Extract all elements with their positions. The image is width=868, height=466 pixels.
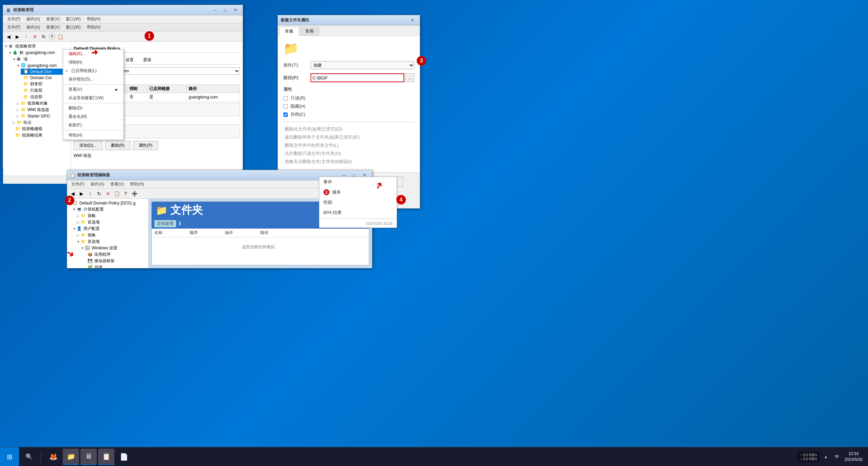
toolbar-delete[interactable]: ✕ bbox=[31, 33, 39, 41]
taskbar-server[interactable]: 🖥 bbox=[80, 449, 97, 465]
taskbar-explorer[interactable]: 📁 bbox=[63, 449, 79, 465]
gpe-tree-pref2[interactable]: ▼ 📁 首选项 bbox=[77, 238, 147, 245]
tree-item-wmi[interactable]: ▷ 📁 WMI 筛选器 bbox=[17, 107, 69, 113]
menu2-file[interactable]: 文件(F) bbox=[4, 24, 23, 31]
tree-item-forest[interactable]: ▼ 🌲 林: guangdong.com bbox=[8, 50, 69, 56]
gpe-tree-policy1[interactable]: ▷ 📁 策略 bbox=[77, 213, 147, 219]
menu-file[interactable]: 文件(F) bbox=[4, 16, 23, 23]
gpe-tb-refresh[interactable]: ↻ bbox=[95, 190, 103, 198]
menu-help[interactable]: 帮助(H) bbox=[84, 16, 103, 23]
nfp-path-input[interactable] bbox=[310, 73, 404, 82]
ctx-refresh[interactable]: 刷新(F) bbox=[63, 121, 124, 129]
ctx-new-window[interactable]: 从这里创建窗口(W) bbox=[63, 94, 124, 102]
gpe-tree-win-settings[interactable]: ▼ 🪟 Windows 设置 bbox=[81, 245, 147, 251]
ctx-edit[interactable]: 编辑(E)... bbox=[63, 50, 124, 58]
ctx-enabled-label: 已启用链接(L) bbox=[71, 68, 97, 74]
toolbar-help[interactable]: ? bbox=[49, 33, 55, 40]
tree-item-info[interactable]: 📁 信息部 bbox=[21, 94, 69, 100]
nfp-operation-select[interactable]: 创建 bbox=[310, 61, 414, 69]
nfp-hidden-checkbox[interactable] bbox=[283, 104, 288, 109]
tree-item-results[interactable]: 📁 组策略结果 bbox=[13, 132, 69, 139]
tree-item-gpo[interactable]: ▷ 📁 组策略对象 bbox=[17, 100, 69, 107]
ctx-help[interactable]: 帮助(H) bbox=[63, 131, 124, 140]
ctx-rename[interactable]: 重命名(M) bbox=[63, 112, 124, 121]
taskbar-clock: 10:34 2024/5/30 bbox=[845, 451, 863, 463]
gpe-tree-policy2[interactable]: ▷ 📁 策略 bbox=[77, 232, 147, 238]
start-button[interactable]: ⊞ bbox=[0, 447, 19, 466]
tree-item-default-domain[interactable]: 📋 Default Don bbox=[21, 69, 69, 75]
nfp-readonly-checkbox[interactable] bbox=[283, 96, 288, 101]
tree-item-domain-group[interactable]: ▼ 🏛 域 bbox=[13, 56, 69, 62]
tree-item-finance[interactable]: 📁 财务部 bbox=[21, 81, 69, 87]
nfp-browse-button[interactable]: ... bbox=[405, 73, 414, 82]
ctx-view[interactable]: 查看(V) ▶ bbox=[63, 85, 124, 94]
nfp-tab-common[interactable]: 常用 bbox=[300, 27, 319, 36]
btn-delete[interactable]: 删除(R) bbox=[105, 141, 131, 150]
right-panel-bpa[interactable]: BPA 结果 bbox=[319, 208, 397, 218]
gpm-tree[interactable]: ▼ 🖥 组策略管理 ▼ 🌲 林: guangdong.com ▼ 🏛 域 ▼ 🌐 bbox=[3, 42, 71, 176]
ctx-enabled[interactable]: ✓ 已启用链接(L) bbox=[63, 67, 124, 75]
tree-item-modeling[interactable]: 📁 组策略建模 bbox=[13, 126, 69, 132]
gpe-tb-help[interactable]: ? bbox=[121, 190, 130, 198]
toolbar-forward[interactable]: ▶ bbox=[13, 33, 21, 41]
gpe-tree-drives[interactable]: 💾 驱动器映射 bbox=[85, 258, 147, 264]
menu-view[interactable]: 查看(V) bbox=[43, 16, 62, 23]
nfp-tab-general[interactable]: 常规 bbox=[279, 27, 299, 36]
toolbar-back[interactable]: ◀ bbox=[4, 33, 13, 41]
gpe-tree[interactable]: ▼ 📋 Default Domain Policy [DC01.g ▼ 💻 计算… bbox=[67, 199, 149, 268]
toolbar-extra[interactable]: 📋 bbox=[56, 33, 64, 41]
gpe-tree-pref1[interactable]: ▷ 📁 首选项 bbox=[77, 219, 147, 226]
tree-item-admin[interactable]: 📁 行政部 bbox=[21, 87, 69, 94]
ctx-delete[interactable]: 删除(D) bbox=[63, 104, 124, 112]
toolbar-refresh[interactable]: ↻ bbox=[40, 33, 48, 41]
btn-add[interactable]: 添加(D)... bbox=[74, 141, 102, 150]
menu2-window[interactable]: 窗口(W) bbox=[63, 24, 83, 31]
right-panel-perf[interactable]: 性能 bbox=[319, 197, 397, 208]
menu2-help[interactable]: 帮助(H) bbox=[84, 24, 103, 31]
ctx-save-report[interactable]: 保存报告(S)... bbox=[63, 75, 124, 84]
menu-window[interactable]: 窗口(W) bbox=[63, 16, 83, 23]
gpe-tree-computer[interactable]: ▼ 💻 计算机配置 bbox=[73, 206, 147, 213]
gpe-tree-root[interactable]: ▼ 📋 Default Domain Policy [DC01.g bbox=[69, 200, 147, 206]
right-panel-events[interactable]: 事件 bbox=[319, 177, 397, 187]
gpe-tb-fwd[interactable]: ▶ bbox=[77, 190, 86, 198]
gpe-menu-help[interactable]: 帮助(H) bbox=[127, 181, 147, 188]
nfp-archive-checkbox[interactable] bbox=[283, 112, 288, 117]
gpe-tree-env[interactable]: 🌿 环境 bbox=[85, 264, 147, 268]
ctx-enforce[interactable]: 强制(N) bbox=[63, 58, 124, 67]
gpe-menu-action[interactable]: 操作(A) bbox=[88, 181, 107, 188]
right-panel-services[interactable]: 2 服务 bbox=[319, 187, 397, 197]
gpm-close-button[interactable]: ✕ bbox=[230, 7, 240, 14]
tree-item-sites[interactable]: ▷ 📁 站点 bbox=[13, 119, 69, 126]
taskbar-hidden-icon[interactable]: ▲ bbox=[823, 454, 829, 459]
tab-delegation[interactable]: 委派 bbox=[139, 55, 156, 64]
tree-item-domain-cor[interactable]: 📁 Domain Cor bbox=[21, 75, 69, 81]
btn-properties[interactable]: 属性(P) bbox=[133, 141, 158, 150]
nfp-close-button[interactable]: ✕ bbox=[408, 17, 417, 24]
folder-col-action: 操作 bbox=[225, 230, 233, 236]
taskbar-firefox[interactable]: 🦊 bbox=[45, 449, 61, 465]
gpm-maximize-button[interactable]: □ bbox=[220, 7, 230, 14]
menu2-action[interactable]: 操作(A) bbox=[24, 24, 43, 31]
gpe-tb-delete[interactable]: ✕ bbox=[104, 190, 112, 198]
gpe-tb-back[interactable]: ◀ bbox=[69, 190, 77, 198]
toolbar-up[interactable]: ↑ bbox=[22, 33, 30, 41]
tree-item-starter[interactable]: ▷ 📁 Starter GPO bbox=[17, 113, 69, 119]
gpe-tb-up[interactable]: ↑ bbox=[86, 190, 94, 198]
gpm-minimize-button[interactable]: ─ bbox=[210, 7, 220, 14]
gpe-tree-apps[interactable]: 📦 应用程序 bbox=[85, 251, 147, 258]
tree-item-root[interactable]: ▼ 🖥 组策略管理 bbox=[4, 43, 69, 50]
taskbar-notepad[interactable]: 📄 bbox=[116, 449, 132, 465]
menu2-view[interactable]: 查看(V) bbox=[43, 24, 62, 31]
taskbar-gpe[interactable]: 📋 bbox=[98, 449, 114, 465]
search-button[interactable]: 🔍 bbox=[19, 447, 39, 466]
gpe-tb-props[interactable]: 📋 bbox=[113, 190, 121, 198]
tree-item-domain[interactable]: ▼ 🌐 guangdong.com bbox=[17, 62, 69, 69]
menu-action[interactable]: 操作(A) bbox=[24, 16, 43, 23]
gpe-menu-file[interactable]: 文件(F) bbox=[69, 181, 87, 188]
gpe-menu-view[interactable]: 查看(V) bbox=[108, 181, 127, 188]
taskbar-lang[interactable]: 中 bbox=[832, 454, 842, 460]
gpe-tree-user[interactable]: ▼ 👤 用户配置 bbox=[73, 226, 147, 232]
nfp-tabs: 常规 常用 bbox=[278, 25, 420, 36]
gpe-tb-add[interactable]: ➕ bbox=[130, 190, 138, 198]
